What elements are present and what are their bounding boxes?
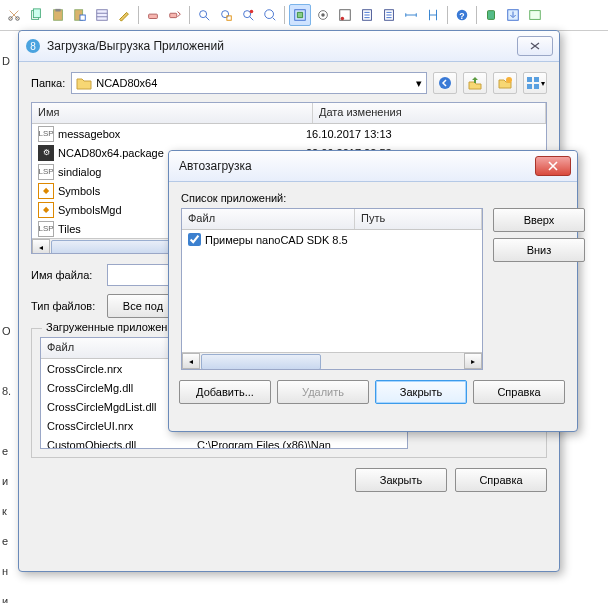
eraser-icon[interactable] (143, 5, 163, 25)
dimension-icon[interactable] (423, 5, 443, 25)
svg-point-16 (265, 10, 274, 19)
help-button[interactable]: Справка (473, 380, 565, 404)
up-icon[interactable] (463, 72, 487, 94)
eraser-all-icon[interactable] (165, 5, 185, 25)
filename-label: Имя файла: (31, 269, 101, 281)
svg-rect-5 (55, 9, 60, 12)
titlebar[interactable]: 8 Загрузка/Выгрузка Приложений (19, 31, 559, 62)
apps-icon[interactable] (481, 5, 501, 25)
copy-icon[interactable] (26, 5, 46, 25)
svg-rect-3 (33, 9, 40, 18)
svg-rect-35 (527, 84, 532, 89)
svg-rect-10 (170, 13, 177, 17)
app-icon: 8 (25, 38, 41, 54)
new-folder-icon[interactable] (493, 72, 517, 94)
zoom-window-icon[interactable] (216, 5, 236, 25)
svg-point-11 (200, 11, 207, 18)
back-icon[interactable] (433, 72, 457, 94)
view-icon[interactable]: ▾ (523, 72, 547, 94)
help-icon[interactable]: ? (452, 5, 472, 25)
paste-special-icon[interactable] (70, 5, 90, 25)
svg-rect-7 (80, 15, 85, 20)
folder-field[interactable]: NCAD80x64 ▾ (71, 72, 427, 94)
col-file[interactable]: Файл (182, 209, 355, 229)
scrollbar-horizontal[interactable]: ◂▸ (182, 352, 482, 369)
zoom-extents-icon[interactable] (194, 5, 214, 25)
table-row[interactable]: CustomObjects.dllC:\Program Files (x86)\… (41, 435, 407, 449)
brush-icon[interactable] (114, 5, 134, 25)
zoom-pan-icon[interactable] (238, 5, 258, 25)
dialog-title: Автозагрузка (175, 159, 531, 173)
svg-point-14 (244, 11, 251, 18)
close-icon[interactable] (517, 36, 553, 56)
col-date[interactable]: Дата изменения (313, 103, 546, 123)
folder-icon (76, 76, 92, 90)
autoload-list[interactable]: Файл Путь Примеры nanoCAD SDK 8.5 ◂▸ (181, 208, 483, 370)
layout-icon[interactable] (335, 5, 355, 25)
item-checkbox[interactable] (188, 233, 201, 246)
svg-rect-8 (97, 10, 108, 21)
svg-point-12 (222, 11, 229, 18)
layer-mgr-icon[interactable] (379, 5, 399, 25)
folder-value: NCAD80x64 (96, 77, 157, 89)
up-button[interactable]: Вверх (493, 208, 585, 232)
close-button[interactable]: Закрыть (355, 468, 447, 492)
export-icon[interactable] (525, 5, 545, 25)
list-item[interactable]: LSPmessagebox16.10.2017 13:13 (32, 124, 546, 143)
svg-rect-34 (534, 77, 539, 82)
chevron-down-icon[interactable]: ▾ (416, 77, 422, 90)
svg-text:?: ? (459, 11, 464, 21)
col-path[interactable]: Путь (355, 209, 482, 229)
svg-point-32 (506, 77, 512, 83)
help-button[interactable]: Справка (455, 468, 547, 492)
col-name[interactable]: Имя (32, 103, 313, 123)
list-item[interactable]: Примеры nanoCAD SDK 8.5 (182, 230, 482, 249)
dialog-title: Загрузка/Выгрузка Приложений (47, 39, 513, 53)
svg-text:8: 8 (30, 41, 36, 52)
down-button[interactable]: Вниз (493, 238, 585, 262)
import-icon[interactable] (503, 5, 523, 25)
svg-point-21 (341, 17, 345, 21)
svg-point-15 (250, 10, 254, 14)
svg-point-19 (321, 13, 325, 17)
main-toolbar: ? (0, 0, 608, 31)
svg-point-31 (439, 77, 451, 89)
folder-label: Папка: (31, 77, 65, 89)
autoload-dialog: Автозагрузка Список приложений: Файл Пут… (168, 150, 578, 432)
close-button[interactable]: Закрыть (375, 380, 467, 404)
settings-icon[interactable] (313, 5, 333, 25)
close-icon[interactable] (535, 156, 571, 176)
svg-rect-36 (534, 84, 539, 89)
list-label: Список приложений: (181, 192, 565, 204)
zoom-icon[interactable] (260, 5, 280, 25)
group-title: Загруженные приложен (42, 321, 171, 333)
palette-icon[interactable] (357, 5, 377, 25)
layers-icon[interactable] (289, 4, 311, 26)
titlebar[interactable]: Автозагрузка (169, 151, 577, 182)
svg-rect-28 (530, 11, 541, 20)
measure-icon[interactable] (401, 5, 421, 25)
delete-button[interactable]: Удалить (277, 380, 369, 404)
filetype-label: Тип файлов: (31, 300, 101, 312)
svg-rect-33 (527, 77, 532, 82)
add-button[interactable]: Добавить... (179, 380, 271, 404)
scissors-icon[interactable] (4, 5, 24, 25)
properties-icon[interactable] (92, 5, 112, 25)
svg-rect-9 (149, 14, 158, 18)
paste-icon[interactable] (48, 5, 68, 25)
svg-rect-26 (488, 11, 495, 20)
